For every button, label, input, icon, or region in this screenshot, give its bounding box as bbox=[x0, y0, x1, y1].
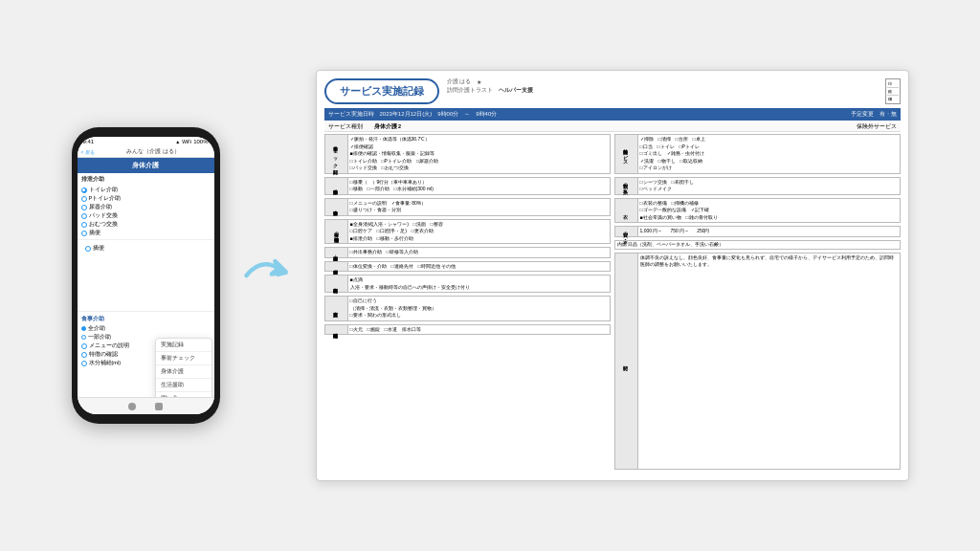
section-tokki: 特記 体調不良の訴えなし。顔色良好、食事量に変化も見られず、自宅での様子から、デ… bbox=[614, 253, 901, 470]
section-kaigo: 介護・服薬 □外出事務介助 □研修等入介助 bbox=[324, 247, 611, 258]
feces-checkbox[interactable] bbox=[81, 231, 87, 236]
feces-item[interactable]: 摘便 bbox=[78, 229, 214, 237]
section-jiritsu-label: 自立支援 bbox=[325, 297, 348, 320]
food-full-radio[interactable] bbox=[81, 326, 86, 331]
section-hokenngai: 保険外サービス ✓掃除 □清掃 □台所 □卓上 □口当 □トイレ □Pトイレ □… bbox=[614, 134, 901, 174]
section-price-content: 1,000 円～ 750 円～ 250円 bbox=[638, 227, 900, 236]
phone-nav-title: みんな（介護 はる） bbox=[97, 148, 211, 155]
price-to: 250円 bbox=[697, 228, 709, 235]
section-jiritsu: 自立支援 □自己に行う （清掃・清流・衣類・衣類整理・買物） □要求・関わの形式… bbox=[324, 296, 611, 321]
company-label: 訪問介護トラスト bbox=[447, 87, 493, 94]
menu-jisshi[interactable]: 実施記録 bbox=[156, 339, 212, 352]
food-full-item[interactable]: 全介助 bbox=[78, 324, 214, 333]
section-iryou: 医療行為 ■点滴 入浴・要求・移動時等の自己への声掛け・安全受け付り bbox=[324, 275, 611, 293]
home-icon[interactable] bbox=[128, 403, 136, 410]
section-iryou-content: ■点滴 入浴・要求・移動時等の自己への声掛け・安全受け付り bbox=[348, 276, 610, 292]
section-shokuji: 食事介助 □メニューの説明 ✓食事量: 80%） □盛りつけ・食器・分別 bbox=[324, 198, 611, 216]
toilet-checkbox[interactable] bbox=[81, 187, 87, 193]
helper-label: ヘルパー支援 bbox=[499, 87, 533, 94]
doc-body: 事前チェック記録 ✓脈拍・発汗・体温等（体温36.7℃） ✓排便確認 ■排便の確… bbox=[324, 134, 901, 471]
section-hokengai-content: ✓掃除 □清掃 □台所 □卓上 □口当 □トイレ □Pトイレ □ゴミ出し ✓雑務… bbox=[638, 135, 900, 173]
menu-seikatsu[interactable]: 生活援助 bbox=[156, 379, 212, 392]
care-label: 介護 はる bbox=[447, 78, 472, 85]
section-ijo-content: □移乗（ ）9行分（車中車車あり） □移動 □一部介助 □水分補給(300 ml… bbox=[348, 178, 610, 194]
menu-shintai[interactable]: 身体介護 bbox=[156, 365, 212, 379]
section-tokki-label: 特記 bbox=[615, 253, 638, 469]
section-kinuire-content: □シーツ交換 □布団干し □ベッドメイク bbox=[638, 178, 900, 194]
section-i-label: 衣 bbox=[615, 199, 638, 223]
menu-jizencheck[interactable]: 事前チェック bbox=[156, 352, 212, 365]
extra-items: 摘便 bbox=[78, 242, 214, 254]
phone-time: 9:41 bbox=[83, 139, 95, 144]
section-tokki-content: 体調不良の訴えなし。顔色良好、食事量に変化も見られず、自宅での様子から、デイサー… bbox=[638, 253, 900, 469]
toilet-label: トイレ介助 bbox=[89, 187, 118, 193]
menu-explain-cb[interactable] bbox=[81, 343, 87, 349]
arrow-container bbox=[239, 247, 297, 304]
phone-signal-icon: ▲ bbox=[175, 139, 180, 144]
section-seisou-label: 身体の保清・整備 bbox=[325, 220, 348, 244]
water-cb[interactable] bbox=[81, 361, 87, 366]
pad-checkbox[interactable] bbox=[81, 213, 87, 219]
urinal-item[interactable]: 尿器介助 bbox=[78, 203, 214, 211]
diaper-label: おむつ交換 bbox=[89, 221, 118, 228]
section-price-label: 費の金 bbox=[615, 227, 638, 236]
diaper-checkbox[interactable] bbox=[81, 222, 87, 228]
phone-mockup: 9:41 ▲ WiFi 100% < 戻る みんな（介護 はる） 身体介護 排泄… bbox=[72, 127, 220, 424]
reserve-value: 有・無 bbox=[880, 110, 897, 119]
phone-header-tab[interactable]: 身体介護 bbox=[78, 158, 214, 173]
pad-label: パッド交換 bbox=[89, 212, 118, 219]
section-shokuji-label: 食事介助 bbox=[325, 199, 348, 215]
section-hinshitu-label: 品質管理 bbox=[325, 262, 348, 272]
date-row-time-from: 9時00分 bbox=[437, 110, 458, 119]
section-nichinichi: 内燃 日品（洗剤、ペーパータオル、手洗い石鹸） bbox=[614, 240, 901, 251]
date-row-date: 2023年12月12日(火) bbox=[380, 110, 433, 119]
section-nichinichi-content: 内燃 日品（洗剤、ペーパータオル、手洗い石鹸） bbox=[615, 241, 900, 250]
phone-section2-title: 食事介助 bbox=[78, 314, 214, 324]
section-renraku-label: 連絡確認 bbox=[325, 325, 348, 335]
section-kaigo-label: 介護・服薬 bbox=[325, 248, 348, 257]
feces-label: 摘便 bbox=[89, 230, 100, 236]
phone-context-menu: 実施記録 事前チェック 身体介護 生活援助 買い金 送迎確認 bbox=[155, 338, 212, 397]
arrow-icon bbox=[239, 247, 297, 304]
section-hokengai-label: 保険外サービス bbox=[615, 135, 638, 173]
phone-screen: 9:41 ▲ WiFi 100% < 戻る みんな（介護 はる） 身体介護 排泄… bbox=[78, 137, 214, 414]
food-part-radio[interactable] bbox=[81, 335, 86, 340]
section-jizen: 事前チェック記録 ✓脈拍・発汗・体温等（体温36.7℃） ✓排便確認 ■排便の確… bbox=[324, 134, 611, 174]
pad-item[interactable]: パッド交換 bbox=[78, 211, 214, 220]
phone-wifi-icon: WiFi bbox=[182, 139, 191, 144]
menu-kaimono[interactable]: 買い金 bbox=[156, 392, 212, 397]
food-full-label: 全介助 bbox=[88, 325, 105, 332]
star-label: ★ bbox=[477, 79, 481, 85]
price-from: 1,000 円～ bbox=[640, 228, 663, 235]
phone-back-button[interactable]: < 戻る bbox=[81, 149, 95, 155]
food-part-label: 一部介助 bbox=[88, 334, 111, 341]
section-kinuire-label: 衣類の手入れ bbox=[615, 178, 638, 194]
section-shokuji-content: □メニューの説明 ✓食事量: 80%） □盛りつけ・食器・分別 bbox=[348, 199, 610, 215]
toilet-item[interactable]: トイレ介助 bbox=[78, 186, 214, 194]
section-iryou-label: 医療行為 bbox=[325, 276, 348, 292]
date-row-time-to: 9時40分 bbox=[476, 110, 497, 119]
section-hinshitu-content: □体位変換・介助 □連絡先付 □時間近他 その他 bbox=[348, 262, 610, 272]
section-hinshitu: 品質管理 □体位変換・介助 □連絡先付 □時間近他 その他 bbox=[324, 261, 611, 273]
menu-container: 実施記録 事前チェック 身体介護 生活援助 買い金 送迎確認 摘便 bbox=[78, 242, 214, 309]
phone-nav-bar: < 戻る みんな（介護 はる） bbox=[78, 146, 214, 158]
section-renraku: 連絡確認 □火元 □施錠 □水道 排水口等 bbox=[324, 324, 611, 336]
care-service-label: 保険外サービス bbox=[857, 123, 897, 130]
section-seisou-content: ■全身清拭(入浴・シャワー) □洗面 □整容 □口腔ケア □口腔(手・足) □更… bbox=[348, 220, 610, 244]
section-kinuire: 衣類の手入れ □シーツ交換 □布団干し □ベッドメイク bbox=[614, 177, 901, 195]
section-jizen-content: ✓脈拍・発汗・体温等（体温36.7℃） ✓排便確認 ■排便の確認・情報収集・服薬… bbox=[348, 135, 610, 173]
doc-header: サービス実施記録 介護 はる ★ 訪問介護トラスト ヘルパー支援 印 鑑 欄 bbox=[324, 78, 901, 104]
p-toilet-item[interactable]: Pトイレ介助 bbox=[78, 194, 214, 203]
main-container: 9:41 ▲ WiFi 100% < 戻る みんな（介護 はる） 身体介護 排泄… bbox=[53, 51, 928, 500]
p-toilet-checkbox[interactable] bbox=[81, 196, 87, 202]
back-nav-icon[interactable] bbox=[155, 403, 163, 410]
section-kaigo-content: □外出事務介助 □研修等入介助 bbox=[348, 248, 610, 257]
phone-content: 排泄介助 トイレ介助 Pトイレ介助 尿器介助 パッド交換 bbox=[78, 173, 214, 397]
urinal-checkbox[interactable] bbox=[81, 205, 87, 210]
food-check-cb[interactable] bbox=[81, 352, 87, 358]
phone-status-bar: 9:41 ▲ WiFi 100% bbox=[78, 137, 214, 146]
document-mockup: サービス実施記録 介護 はる ★ 訪問介護トラスト ヘルパー支援 印 鑑 欄 サ… bbox=[316, 70, 909, 481]
doc-title: サービス実施記録 bbox=[324, 78, 439, 104]
diaper-item[interactable]: おむつ交換 bbox=[78, 220, 214, 229]
section-jizen-label: 事前チェック記録 bbox=[325, 135, 348, 173]
